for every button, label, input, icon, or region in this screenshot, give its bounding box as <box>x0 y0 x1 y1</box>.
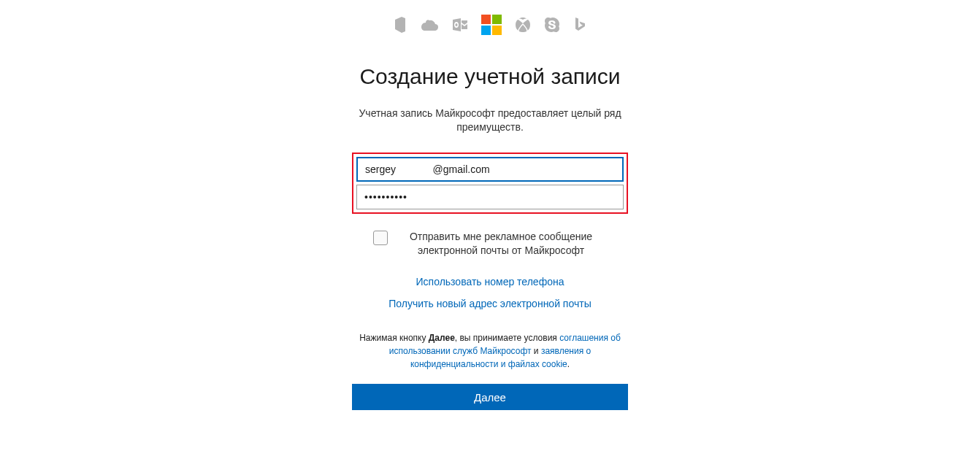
use-phone-link[interactable]: Использовать номер телефона <box>416 276 564 288</box>
office-icon <box>394 17 407 33</box>
outlook-icon <box>452 18 468 32</box>
next-button[interactable]: Далее <box>352 384 628 410</box>
terms-button-name: Далее <box>429 333 455 343</box>
page-title: Создание учетной записи <box>359 63 620 90</box>
page-subtitle: Учетная запись Майкрософт предоставляет … <box>355 107 625 135</box>
input-group-highlight <box>352 153 628 214</box>
bing-icon <box>573 17 586 33</box>
onedrive-icon <box>420 18 439 31</box>
xbox-icon <box>515 17 531 33</box>
signup-container: Создание учетной записи Учетная запись М… <box>344 15 636 459</box>
service-icon-row <box>394 15 586 35</box>
marketing-checkbox-row: Отправить мне рекламное сообщение электр… <box>373 230 607 258</box>
terms-suffix: . <box>567 359 570 369</box>
skype-icon <box>544 17 560 33</box>
marketing-checkbox[interactable] <box>373 231 388 245</box>
email-field[interactable] <box>356 157 624 182</box>
get-new-email-link[interactable]: Получить новый адрес электронной почты <box>388 298 591 309</box>
password-field[interactable] <box>356 185 624 209</box>
marketing-checkbox-label: Отправить мне рекламное сообщение электр… <box>395 230 607 258</box>
terms-mid1: , вы принимаете условия <box>455 333 559 343</box>
microsoft-logo-icon <box>481 15 502 35</box>
terms-mid2: и <box>532 346 541 356</box>
terms-text: Нажимая кнопку Далее, вы принимаете усло… <box>359 331 621 371</box>
terms-prefix: Нажимая кнопку <box>359 333 429 343</box>
